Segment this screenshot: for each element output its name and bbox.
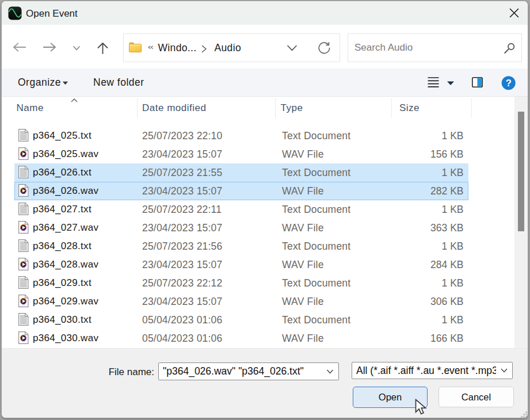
svg-text:?: ? [506,78,512,88]
